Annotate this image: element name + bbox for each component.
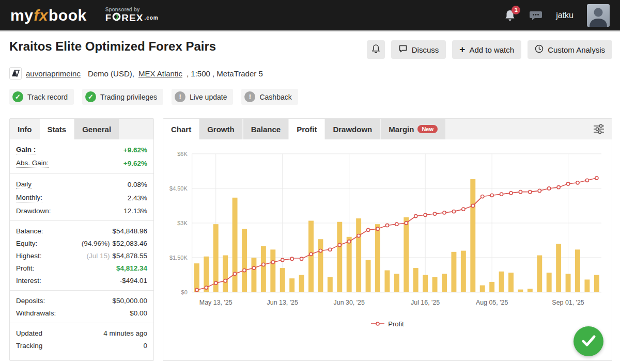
- stat-row-balance: Balance:$54,848.96: [10, 225, 153, 237]
- stat-label: Monthly:: [16, 194, 42, 202]
- user-avatar[interactable]: [587, 4, 610, 27]
- profit-chart[interactable]: $0$1.50K$3K$4.50K$6KMay 13, '25Jun 13, '…: [163, 139, 612, 319]
- badge-label: Track record: [27, 93, 68, 101]
- stat-label: Daily: [16, 180, 32, 189]
- stat-row-monthly: Monthly:2.43%: [10, 191, 153, 204]
- stat-value: 12.13%: [123, 207, 147, 215]
- chart-tab-balance[interactable]: Balance: [243, 119, 289, 139]
- svg-text:Aug 05, '25: Aug 05, '25: [476, 299, 508, 306]
- username[interactable]: jatku: [556, 11, 574, 20]
- stat-group-1: Daily0.08%Monthly:2.43%Drawdown:12.13%: [10, 173, 153, 220]
- stat-row-highest: Highest:(Jul 15)$54,878.55: [10, 249, 153, 262]
- chart-tab-drawdown[interactable]: Drawdown: [324, 119, 380, 139]
- tab-label: Margin: [389, 125, 414, 134]
- svg-text:$1.50K: $1.50K: [169, 255, 188, 261]
- chart-tab-growth[interactable]: Growth: [199, 119, 243, 139]
- header-notifications-button[interactable]: 1: [504, 9, 516, 22]
- sponsored-by-label: Sponsored by: [105, 7, 159, 12]
- myfxbook-logo[interactable]: myfxbook: [10, 7, 87, 24]
- custom-analysis-button[interactable]: Custom Analysis: [528, 40, 612, 59]
- chart-panel: ChartGrowthBalanceProfitDrawdownMarginNe…: [163, 118, 612, 361]
- tab-label: Drawdown: [333, 125, 372, 134]
- sidebar-tab-info[interactable]: Info: [10, 119, 40, 139]
- discuss-bubble-icon: [398, 44, 408, 55]
- stat-value: $54,848.96: [112, 227, 147, 235]
- account-type: Demo (USD),: [88, 69, 134, 78]
- badge-label: Live update: [190, 93, 227, 101]
- tab-label: Chart: [171, 125, 191, 134]
- logo-text-my: my: [10, 7, 33, 24]
- stat-row-withdrawals: Withdrawals:$0.00: [10, 307, 153, 319]
- forex-o-icon: [112, 12, 121, 24]
- new-badge: New: [417, 125, 438, 133]
- stat-value: 2.43%: [128, 194, 147, 202]
- stat-row-interest: Interest:-$494.01: [10, 274, 153, 287]
- chart-settings-icon[interactable]: [586, 119, 612, 139]
- stat-value: +9.62%: [123, 160, 147, 167]
- broker-link[interactable]: MEX Atlantic: [138, 69, 182, 78]
- stat-row-equity: Equity:(94.96%)$52,083.46: [10, 237, 153, 249]
- tab-label: Profit: [297, 125, 317, 134]
- svg-text:$0: $0: [181, 289, 188, 295]
- stat-value: 4 minutes ago: [103, 329, 147, 337]
- badge-trading-privileges[interactable]: ✓Trading privileges: [82, 89, 163, 105]
- confirm-fab-button[interactable]: [574, 326, 603, 356]
- stat-value: -$494.01: [120, 277, 147, 284]
- account-details: , 1:500 , MetaTrader 5: [187, 69, 263, 78]
- stat-group-4: Updated4 minutes agoTracking0: [10, 323, 153, 355]
- chart-tab-chart[interactable]: Chart: [163, 119, 199, 139]
- sidebar-tab-general[interactable]: General: [74, 119, 119, 139]
- stat-row-updated: Updated4 minutes ago: [10, 327, 153, 339]
- tab-label: Info: [18, 125, 32, 134]
- stat-label: Deposits:: [16, 297, 45, 305]
- stat-label: Balance:: [16, 227, 43, 235]
- bell-outline-icon: [371, 44, 380, 55]
- chat-bubble-icon: [529, 15, 542, 23]
- tab-label: Growth: [207, 125, 235, 134]
- account-owner-link[interactable]: auvoriaprimeinc: [26, 69, 81, 78]
- discuss-label: Discuss: [412, 45, 439, 54]
- stat-value-prefix: (94.96%): [82, 240, 110, 247]
- svg-text:Jun 30, '25: Jun 30, '25: [334, 299, 365, 306]
- badge-cashback[interactable]: !Cashback: [241, 89, 298, 105]
- legend-line-marker-icon: [371, 320, 384, 328]
- profit-bar-line-chart[interactable]: $0$1.50K$3K$4.50K$6KMay 13, '25Jun 13, '…: [165, 147, 607, 317]
- exclamation-circle-icon: !: [175, 91, 185, 102]
- stat-row-daily: Daily0.08%: [10, 178, 153, 191]
- chart-tab-margin[interactable]: MarginNew: [380, 119, 446, 139]
- chart-legend[interactable]: Profit: [163, 320, 612, 328]
- stat-group-3: Deposits:$50,000.00Withdrawals:$0.00: [10, 290, 153, 323]
- stat-value: 0.08%: [128, 181, 147, 188]
- page-title: Kraitos Elite Optimized Forex Pairs: [9, 39, 216, 54]
- add-to-watch-button[interactable]: + Add to watch: [452, 40, 521, 59]
- stat-row-gain: Gain :+9.62%: [10, 143, 153, 156]
- logo-text-book: book: [49, 7, 87, 24]
- alerts-button[interactable]: [367, 40, 385, 59]
- sidebar-tab-stats[interactable]: Stats: [40, 119, 74, 139]
- badge-track-record[interactable]: ✓Track record: [9, 89, 74, 105]
- stat-label: Interest:: [16, 277, 41, 284]
- svg-text:May 13, '25: May 13, '25: [199, 299, 233, 306]
- stat-row-tracking: Tracking0: [10, 339, 153, 352]
- svg-text:Jun 13, '25: Jun 13, '25: [267, 299, 298, 306]
- discuss-button[interactable]: Discuss: [391, 40, 446, 59]
- top-header: myfxbook Sponsored by FREX.com 1 jatku: [0, 0, 620, 32]
- stat-label: Tracking: [16, 342, 42, 350]
- stat-value: $50,000.00: [112, 297, 147, 305]
- check-icon: [580, 332, 597, 351]
- badge-live-update[interactable]: !Live update: [172, 89, 233, 105]
- header-messages-button[interactable]: [529, 9, 542, 22]
- notification-count-badge: 1: [512, 6, 520, 14]
- verification-badges: ✓Track record✓Trading privileges!Live up…: [9, 89, 612, 105]
- chart-tab-profit[interactable]: Profit: [289, 119, 324, 139]
- tab-label: General: [82, 125, 111, 134]
- stat-value: (Jul 15)$54,878.55: [86, 252, 147, 260]
- exclamation-circle-icon: !: [244, 91, 255, 102]
- stat-row-deposits: Deposits:$50,000.00: [10, 294, 153, 307]
- stat-label: Gain :: [16, 146, 36, 154]
- sponsor-block[interactable]: Sponsored by FREX.com: [105, 7, 159, 24]
- stats-sidebar: InfoStatsGeneral Gain :+9.62%Abs. Gain:+…: [9, 118, 154, 361]
- stat-row-abs.-gain: Abs. Gain:+9.62%: [10, 156, 153, 170]
- svg-text:Sep 01, '25: Sep 01, '25: [552, 299, 584, 306]
- stat-label: Equity:: [16, 240, 37, 247]
